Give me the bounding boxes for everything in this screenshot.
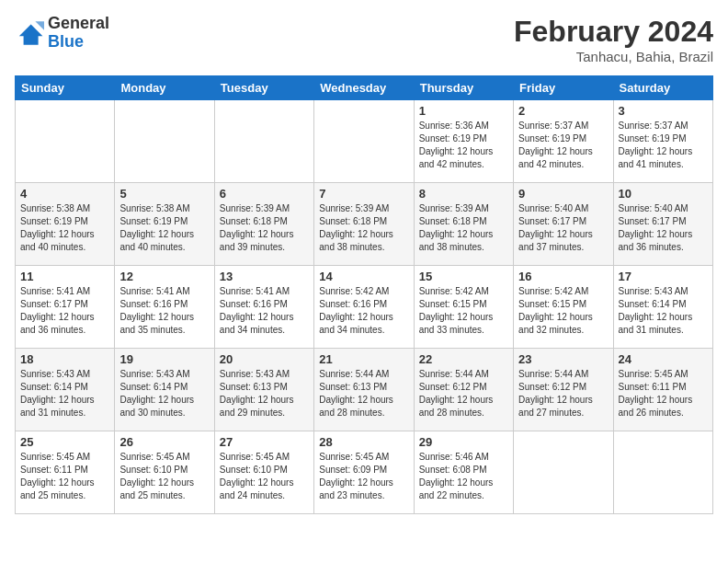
logo-general-text: General <box>48 15 109 33</box>
day-number: 6 <box>220 187 309 201</box>
calendar-cell: 21Sunrise: 5:44 AMSunset: 6:13 PMDayligh… <box>314 349 414 431</box>
day-info: Sunrise: 5:39 AMSunset: 6:18 PMDaylight:… <box>319 202 408 254</box>
calendar-cell <box>115 100 214 183</box>
calendar-cell: 12Sunrise: 5:41 AMSunset: 6:16 PMDayligh… <box>115 266 214 349</box>
day-number: 9 <box>518 187 608 201</box>
day-info: Sunrise: 5:45 AMSunset: 6:09 PMDaylight:… <box>319 451 408 502</box>
calendar-week-row: 25Sunrise: 5:45 AMSunset: 6:11 PMDayligh… <box>16 431 713 514</box>
day-number: 7 <box>319 187 408 201</box>
day-info: Sunrise: 5:37 AMSunset: 6:19 PMDaylight:… <box>518 120 608 171</box>
calendar-cell: 14Sunrise: 5:42 AMSunset: 6:16 PMDayligh… <box>314 266 414 349</box>
day-info: Sunrise: 5:41 AMSunset: 6:17 PMDaylight:… <box>20 285 109 337</box>
logo-blue-text: Blue <box>48 33 109 52</box>
day-number: 10 <box>619 187 708 201</box>
calendar-week-row: 1Sunrise: 5:36 AMSunset: 6:19 PMDaylight… <box>16 100 713 183</box>
weekday-header-thursday: Thursday <box>414 76 513 100</box>
day-info: Sunrise: 5:40 AMSunset: 6:17 PMDaylight:… <box>619 202 708 254</box>
day-info: Sunrise: 5:38 AMSunset: 6:19 PMDaylight:… <box>119 202 209 254</box>
calendar-cell: 18Sunrise: 5:43 AMSunset: 6:14 PMDayligh… <box>16 349 115 431</box>
weekday-header-saturday: Saturday <box>613 76 712 100</box>
day-info: Sunrise: 5:40 AMSunset: 6:17 PMDaylight:… <box>518 202 608 254</box>
day-info: Sunrise: 5:45 AMSunset: 6:11 PMDaylight:… <box>20 451 109 502</box>
day-info: Sunrise: 5:44 AMSunset: 6:12 PMDaylight:… <box>518 368 608 419</box>
day-number: 4 <box>20 187 109 201</box>
calendar-cell: 6Sunrise: 5:39 AMSunset: 6:18 PMDaylight… <box>214 183 313 266</box>
calendar-cell: 26Sunrise: 5:45 AMSunset: 6:10 PMDayligh… <box>115 431 214 514</box>
calendar-cell <box>16 100 115 183</box>
weekday-header-friday: Friday <box>514 76 613 100</box>
day-info: Sunrise: 5:44 AMSunset: 6:12 PMDaylight:… <box>419 368 508 419</box>
day-number: 29 <box>419 435 508 449</box>
calendar-cell: 20Sunrise: 5:43 AMSunset: 6:13 PMDayligh… <box>214 349 313 431</box>
calendar-cell: 15Sunrise: 5:42 AMSunset: 6:15 PMDayligh… <box>414 266 513 349</box>
weekday-header-sunday: Sunday <box>16 76 115 100</box>
calendar-cell: 29Sunrise: 5:46 AMSunset: 6:08 PMDayligh… <box>414 431 513 514</box>
calendar-cell: 27Sunrise: 5:45 AMSunset: 6:10 PMDayligh… <box>214 431 313 514</box>
calendar-cell <box>214 100 313 183</box>
calendar-cell: 19Sunrise: 5:43 AMSunset: 6:14 PMDayligh… <box>115 349 214 431</box>
logo-text: General Blue <box>48 15 109 52</box>
day-number: 1 <box>419 104 508 118</box>
day-number: 13 <box>220 270 309 283</box>
calendar-table: SundayMondayTuesdayWednesdayThursdayFrid… <box>15 75 713 514</box>
day-info: Sunrise: 5:45 AMSunset: 6:10 PMDaylight:… <box>220 451 309 502</box>
day-number: 21 <box>319 352 408 366</box>
calendar-cell: 22Sunrise: 5:44 AMSunset: 6:12 PMDayligh… <box>414 349 513 431</box>
day-number: 25 <box>20 435 109 449</box>
day-number: 18 <box>20 352 109 366</box>
calendar-cell <box>514 431 613 514</box>
day-number: 16 <box>518 270 608 283</box>
calendar-cell: 16Sunrise: 5:42 AMSunset: 6:15 PMDayligh… <box>514 266 613 349</box>
calendar-cell: 4Sunrise: 5:38 AMSunset: 6:19 PMDaylight… <box>16 183 115 266</box>
day-number: 14 <box>319 270 408 283</box>
page-header: General Blue February 2024 Tanhacu, Bahi… <box>15 15 713 64</box>
calendar-cell: 24Sunrise: 5:45 AMSunset: 6:11 PMDayligh… <box>613 349 712 431</box>
day-number: 2 <box>518 104 608 118</box>
day-info: Sunrise: 5:42 AMSunset: 6:15 PMDaylight:… <box>419 285 508 337</box>
day-number: 24 <box>619 352 708 366</box>
title-block: February 2024 Tanhacu, Bahia, Brazil <box>514 15 713 64</box>
day-info: Sunrise: 5:42 AMSunset: 6:16 PMDaylight:… <box>319 285 408 337</box>
day-number: 20 <box>220 352 309 366</box>
calendar-cell: 9Sunrise: 5:40 AMSunset: 6:17 PMDaylight… <box>514 183 613 266</box>
day-info: Sunrise: 5:36 AMSunset: 6:19 PMDaylight:… <box>419 120 508 171</box>
weekday-header-row: SundayMondayTuesdayWednesdayThursdayFrid… <box>16 76 713 100</box>
calendar-cell: 2Sunrise: 5:37 AMSunset: 6:19 PMDaylight… <box>514 100 613 183</box>
day-info: Sunrise: 5:42 AMSunset: 6:15 PMDaylight:… <box>518 285 608 337</box>
day-info: Sunrise: 5:45 AMSunset: 6:10 PMDaylight:… <box>119 451 209 502</box>
calendar-cell: 7Sunrise: 5:39 AMSunset: 6:18 PMDaylight… <box>314 183 414 266</box>
calendar-cell: 8Sunrise: 5:39 AMSunset: 6:18 PMDaylight… <box>414 183 513 266</box>
day-number: 26 <box>119 435 209 449</box>
calendar-cell <box>613 431 712 514</box>
location-text: Tanhacu, Bahia, Brazil <box>514 49 713 64</box>
day-info: Sunrise: 5:45 AMSunset: 6:11 PMDaylight:… <box>619 368 708 419</box>
calendar-week-row: 11Sunrise: 5:41 AMSunset: 6:17 PMDayligh… <box>16 266 713 349</box>
calendar-cell: 10Sunrise: 5:40 AMSunset: 6:17 PMDayligh… <box>613 183 712 266</box>
calendar-cell: 28Sunrise: 5:45 AMSunset: 6:09 PMDayligh… <box>314 431 414 514</box>
calendar-cell: 3Sunrise: 5:37 AMSunset: 6:19 PMDaylight… <box>613 100 712 183</box>
day-number: 15 <box>419 270 508 283</box>
calendar-cell: 25Sunrise: 5:45 AMSunset: 6:11 PMDayligh… <box>16 431 115 514</box>
day-info: Sunrise: 5:38 AMSunset: 6:19 PMDaylight:… <box>20 202 109 254</box>
day-number: 17 <box>619 270 708 283</box>
calendar-cell: 23Sunrise: 5:44 AMSunset: 6:12 PMDayligh… <box>514 349 613 431</box>
logo-icon <box>15 18 44 48</box>
day-info: Sunrise: 5:43 AMSunset: 6:14 PMDaylight:… <box>20 368 109 419</box>
calendar-cell <box>314 100 414 183</box>
calendar-cell: 11Sunrise: 5:41 AMSunset: 6:17 PMDayligh… <box>16 266 115 349</box>
weekday-header-tuesday: Tuesday <box>214 76 313 100</box>
day-info: Sunrise: 5:43 AMSunset: 6:14 PMDaylight:… <box>119 368 209 419</box>
day-info: Sunrise: 5:41 AMSunset: 6:16 PMDaylight:… <box>220 285 309 337</box>
calendar-week-row: 18Sunrise: 5:43 AMSunset: 6:14 PMDayligh… <box>16 349 713 431</box>
weekday-header-monday: Monday <box>115 76 214 100</box>
day-number: 5 <box>119 187 209 201</box>
day-info: Sunrise: 5:43 AMSunset: 6:14 PMDaylight:… <box>619 285 708 337</box>
day-info: Sunrise: 5:44 AMSunset: 6:13 PMDaylight:… <box>319 368 408 419</box>
day-info: Sunrise: 5:41 AMSunset: 6:16 PMDaylight:… <box>119 285 209 337</box>
day-info: Sunrise: 5:43 AMSunset: 6:13 PMDaylight:… <box>220 368 309 419</box>
day-info: Sunrise: 5:46 AMSunset: 6:08 PMDaylight:… <box>419 451 508 502</box>
calendar-cell: 17Sunrise: 5:43 AMSunset: 6:14 PMDayligh… <box>613 266 712 349</box>
calendar-cell: 13Sunrise: 5:41 AMSunset: 6:16 PMDayligh… <box>214 266 313 349</box>
day-number: 8 <box>419 187 508 201</box>
day-number: 27 <box>220 435 309 449</box>
